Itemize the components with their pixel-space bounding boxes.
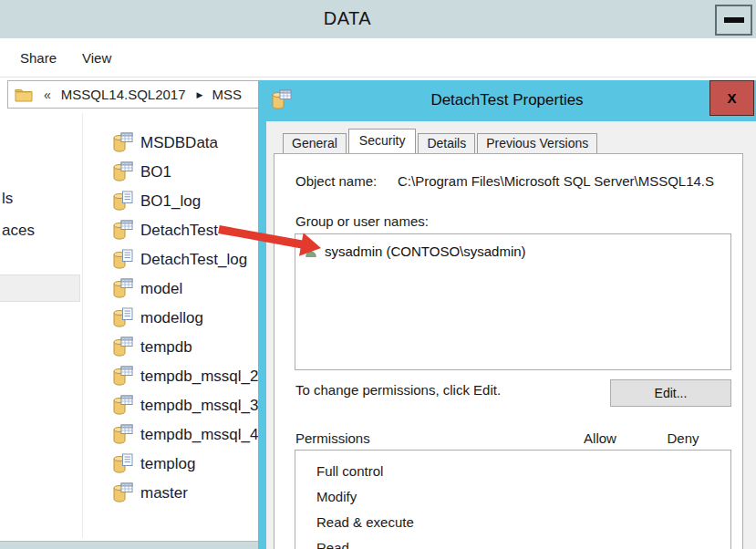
tab-label: General [292,136,337,150]
file-row[interactable]: templog [111,450,258,479]
database-file-icon [111,337,133,358]
database-file-icon [111,278,133,300]
file-name: tempdb [140,338,192,357]
properties-dialog: DetachTest Properties X General Security… [258,80,756,549]
database-file-icon [111,191,133,212]
group-or-users-label: Group or user names: [295,213,429,229]
permission-row[interactable]: Modify [295,484,730,510]
file-row[interactable]: tempdb_mssql_2 [111,362,258,391]
minimize-button[interactable] [715,5,752,36]
permission-row[interactable]: Read & execute [295,510,730,535]
file-row[interactable]: tempdb_mssql_3 [111,391,258,420]
file-name: BO1_log [140,192,201,211]
database-file-icon [111,307,133,329]
file-name: DetachTest [140,222,218,240]
file-name: tempdb_mssql_4 [140,426,258,444]
file-name: BO1 [140,163,171,181]
file-name: tempdb_mssql_2 [140,368,258,386]
tab[interactable]: Security [348,129,417,153]
file-name: model [140,280,182,298]
file-row[interactable]: model [111,274,258,304]
group-user-listbox[interactable]: sysadmin (CONTOSO\sysadmin) [295,233,731,370]
file-row[interactable]: DetachTest [111,216,258,245]
navpane-selected-item[interactable] [0,274,80,302]
deny-column-label: Deny [642,430,724,446]
file-name: DetachTest_log [140,251,247,269]
database-file-icon [111,453,133,475]
permissions-label: Permissions [295,430,370,446]
window-title: DATA [0,8,695,29]
breadcrumb-segment-1[interactable]: MSSQL14.SQL2017 [61,87,186,102]
navpane-item-truncated-2[interactable]: aces [2,222,35,240]
database-file-icon [111,395,133,417]
breadcrumb-segment-2[interactable]: MSS [212,87,242,102]
file-row[interactable]: tempdb [111,333,258,362]
close-button[interactable]: X [709,80,754,116]
tab[interactable]: General [283,133,347,153]
database-file-icon [111,132,133,154]
edit-button[interactable]: Edit... [610,379,731,407]
file-row[interactable]: master [111,479,258,508]
permission-row[interactable]: Read [295,535,730,549]
user-list-item[interactable]: sysadmin (CONTOSO\sysadmin) [295,239,730,263]
tab-label: Security [359,133,406,148]
folder-icon [15,88,33,102]
menu-view[interactable]: View [82,50,111,66]
database-file-icon [111,161,133,183]
pane-separator [82,113,83,538]
database-file-icon [111,220,133,242]
permission-name: Read & execute [316,514,414,530]
database-file-icon [111,424,133,446]
permissions-header: Permissions Allow Deny [274,430,743,447]
allow-column-label: Allow [559,430,641,446]
file-name: MSDBData [140,134,218,152]
object-name-value: C:\Program Files\Microsoft SQL Server\MS… [398,173,743,189]
file-row[interactable]: BO1 [111,158,258,187]
tab-strip: General Security Details Previous Versio… [283,133,599,153]
permission-name: Read [316,540,349,549]
permission-name: Modify [316,489,357,504]
dialog-titlebar: DetachTest Properties X [258,80,756,121]
dialog-border [258,121,266,549]
user-icon [304,243,318,258]
file-name: master [140,484,188,502]
navpane-item-truncated-1[interactable]: ls [2,190,13,208]
file-list: MSDBData BO1 [111,129,258,508]
minimize-icon [724,17,744,23]
dialog-client-area: General Security Details Previous Versio… [266,121,756,549]
breadcrumb-collapse-chevron[interactable]: « [44,88,51,102]
object-name-label: Object name: [295,173,377,189]
tab-label: Previous Versions [486,136,588,150]
database-file-icon [111,249,133,271]
ribbon-menubar: Share View [0,38,756,78]
tab[interactable]: Details [418,133,475,153]
file-name: tempdb_mssql_3 [140,397,258,415]
explorer-titlebar: DATA [0,0,756,38]
menu-share[interactable]: Share [20,50,57,66]
file-row[interactable]: DetachTest_log [111,245,258,274]
permission-name: Full control [316,463,383,479]
database-file-icon [111,366,133,388]
tab[interactable]: Previous Versions [477,133,597,153]
permission-row[interactable]: Full control [295,459,730,484]
file-row[interactable]: tempdb_mssql_4 [111,420,258,450]
tab-label: Details [427,136,466,150]
breadcrumb-separator-icon[interactable]: ▶ [197,90,203,99]
file-name: templog [140,455,195,473]
security-tab-page: Object name: C:\Program Files\Microsoft … [274,153,743,549]
dialog-title: DetachTest Properties [258,91,756,109]
database-file-icon [111,482,133,504]
file-row[interactable]: BO1_log [111,187,258,216]
user-name: sysadmin (CONTOSO\sysadmin) [325,243,526,259]
edit-hint-text: To change permissions, click Edit. [295,382,501,398]
file-row[interactable]: MSDBData [111,129,258,158]
file-row[interactable]: modellog [111,304,258,333]
file-name: modellog [140,309,203,327]
permissions-listbox[interactable]: Full control Modify Read & execute Read [295,450,731,549]
